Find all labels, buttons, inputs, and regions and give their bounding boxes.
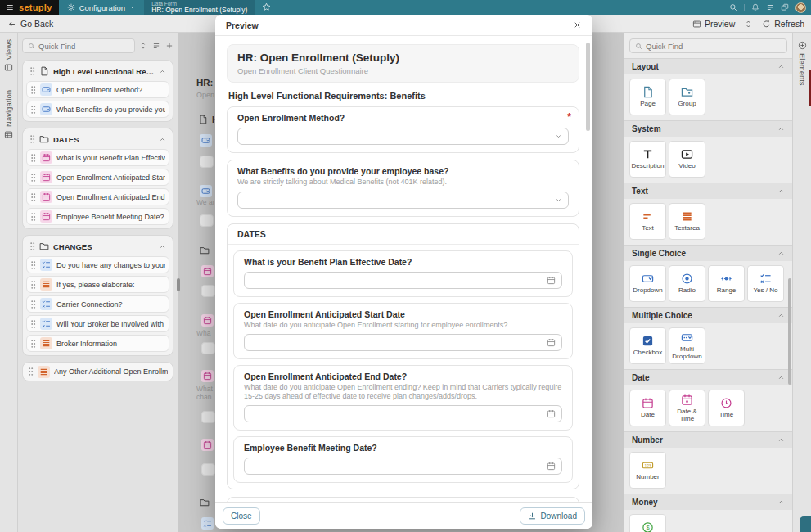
- palette-tile-checkbox[interactable]: Checkbox: [629, 327, 666, 364]
- group-header[interactable]: DATES: [26, 132, 169, 147]
- user-avatar[interactable]: [795, 2, 806, 13]
- palette-tile-radio[interactable]: Radio: [669, 265, 705, 302]
- palette-tile-number[interactable]: Number: [629, 452, 666, 489]
- palette-tile-page[interactable]: Page: [629, 79, 666, 115]
- menu-icon[interactable]: [6, 3, 14, 11]
- drag-handle-icon[interactable]: [30, 212, 36, 222]
- go-back-button[interactable]: Go Back: [7, 15, 53, 33]
- chevron-up-icon[interactable]: [159, 243, 166, 250]
- palette-section-system[interactable]: System: [624, 120, 792, 137]
- sidebar-item[interactable]: If yes, please elaborate:: [26, 276, 169, 293]
- favorite-star-icon[interactable]: [262, 2, 271, 11]
- download-button[interactable]: Download: [520, 507, 585, 525]
- drag-handle-icon[interactable]: [30, 192, 36, 202]
- open-enrollment-method-select[interactable]: [237, 128, 569, 145]
- drag-handle-icon[interactable]: [30, 280, 36, 290]
- drag-handle-icon[interactable]: [30, 153, 36, 163]
- tab-navigation[interactable]: Navigation: [0, 83, 17, 146]
- search-icon[interactable]: [729, 3, 737, 11]
- palette-tile-money[interactable]: Money: [629, 514, 666, 532]
- refresh-button[interactable]: Refresh: [762, 19, 804, 29]
- collapse-all-icon[interactable]: [152, 42, 160, 50]
- drag-handle-icon[interactable]: [29, 66, 35, 76]
- palette-tile-multi-dropdown[interactable]: Multi Dropdown: [669, 327, 705, 364]
- group-header[interactable]: High Level Functional Requirements: ...: [26, 64, 169, 79]
- sidebar-search[interactable]: [22, 38, 135, 53]
- apps-icon[interactable]: [781, 3, 789, 11]
- drag-handle-icon[interactable]: [28, 367, 34, 376]
- add-icon[interactable]: [165, 42, 173, 50]
- configuration-menu[interactable]: Configuration: [59, 0, 145, 15]
- expand-all-icon[interactable]: [139, 42, 147, 50]
- sidebar-item[interactable]: Open Enrollment Anticipated End Date?: [26, 188, 169, 205]
- palette-tile-date[interactable]: Date: [629, 390, 666, 426]
- sidebar-item[interactable]: Employee Benefit Meeting Date?: [26, 208, 169, 225]
- chevron-up-icon[interactable]: [159, 68, 166, 75]
- palette-section-number[interactable]: Number: [624, 431, 792, 448]
- preview-button[interactable]: Preview: [692, 19, 735, 29]
- tab-views[interactable]: Views: [0, 33, 17, 79]
- palette-tile-date-time[interactable]: Date & Time: [669, 390, 705, 426]
- sidebar-search-input[interactable]: [38, 42, 129, 51]
- sidebar-item[interactable]: Do you have any changes to your current …: [26, 256, 169, 273]
- chevron-up-icon: [777, 63, 785, 70]
- sidebar-item[interactable]: What is your Benefit Plan Effective Date…: [26, 149, 169, 166]
- palette-tile-range[interactable]: Range: [708, 265, 745, 302]
- drag-handle-icon[interactable]: [29, 134, 35, 144]
- chat-bubble[interactable]: [800, 516, 811, 532]
- anticipated-end-date-input[interactable]: [244, 405, 562, 422]
- sidebar-item[interactable]: Will Your Broker be Involved with Open E…: [26, 315, 169, 332]
- palette-section-date[interactable]: Date: [624, 369, 792, 385]
- toolbar-actions: Preview Refresh: [692, 15, 804, 33]
- context-title: HR: Open Enrollment (Setuply): [151, 7, 247, 14]
- palette-tile-group[interactable]: Group: [669, 79, 705, 115]
- modal-scrollbar[interactable]: [586, 43, 590, 131]
- left-panel-resize-handle[interactable]: [177, 278, 180, 291]
- palette-tile-dropdown[interactable]: Dropdown: [629, 265, 666, 302]
- sidebar-item[interactable]: What Benefits do you provide your employ…: [26, 101, 169, 118]
- close-icon[interactable]: [573, 20, 582, 29]
- palette-tile-yes-no[interactable]: Yes / No: [747, 265, 784, 302]
- drag-handle-icon[interactable]: [30, 300, 36, 309]
- drag-handle-icon[interactable]: [30, 105, 36, 115]
- employee-benefit-meeting-date-input[interactable]: [244, 458, 562, 475]
- drag-handle-icon[interactable]: [30, 173, 36, 183]
- palette-tile-time[interactable]: Time: [708, 390, 745, 426]
- drag-handle-icon[interactable]: [30, 85, 36, 95]
- field-employee-benefit-meeting-date: Employee Benefit Meeting Date?: [233, 436, 573, 483]
- drag-handle-icon[interactable]: [30, 319, 36, 329]
- notes-icon[interactable]: [766, 3, 774, 11]
- close-button[interactable]: Close: [223, 507, 260, 525]
- sidebar-item[interactable]: Carrier Connection?: [26, 295, 169, 313]
- palette-tile-textarea[interactable]: Textarea: [669, 203, 705, 240]
- anticipated-start-date-input[interactable]: [244, 334, 562, 351]
- field-open-enrollment-method: Open Enrollment Method? *: [227, 106, 579, 153]
- sidebar-item[interactable]: Open Enrollment Method?: [26, 81, 169, 98]
- sidebar-item[interactable]: Broker Information: [26, 335, 169, 352]
- app-logo[interactable]: setuply: [19, 2, 52, 12]
- drag-handle-icon[interactable]: [30, 260, 36, 270]
- palette-section-money[interactable]: Money: [624, 494, 792, 510]
- sidebar-item[interactable]: Any Other Additional Open Enrollment Not…: [22, 362, 173, 381]
- palette-search[interactable]: [629, 38, 787, 53]
- sidebar-search-actions: [139, 42, 173, 50]
- calendar-icon: [547, 338, 556, 347]
- sort-updown-icon[interactable]: [744, 20, 753, 29]
- sidebar-item[interactable]: Open Enrollment Anticipated Start Date: [26, 169, 169, 186]
- bell-icon[interactable]: [751, 3, 759, 11]
- palette-section-text[interactable]: Text: [624, 183, 792, 199]
- palette-search-input[interactable]: [646, 42, 782, 51]
- drag-handle-icon[interactable]: [30, 339, 36, 349]
- chevron-up-icon[interactable]: [159, 136, 166, 143]
- palette-scrollbar[interactable]: [788, 278, 791, 385]
- benefits-provided-select[interactable]: [237, 192, 569, 209]
- drag-handle-icon[interactable]: [29, 241, 35, 251]
- palette-section-single-choice[interactable]: Single Choice: [624, 245, 792, 261]
- palette-section-multiple-choice[interactable]: Multiple Choice: [624, 307, 792, 323]
- palette-tile-text[interactable]: Text: [629, 203, 666, 240]
- group-header[interactable]: CHANGES: [26, 239, 169, 254]
- palette-tile-video[interactable]: Video: [669, 141, 705, 178]
- palette-tile-description[interactable]: Description: [629, 141, 666, 178]
- benefit-plan-effective-date-input[interactable]: [244, 272, 562, 289]
- palette-section-layout[interactable]: Layout: [624, 58, 792, 74]
